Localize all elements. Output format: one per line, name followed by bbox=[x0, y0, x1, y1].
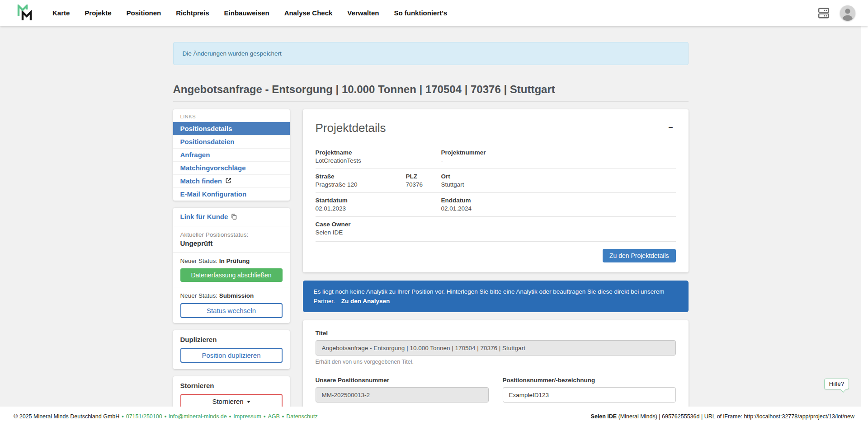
nav-item-karte[interactable]: Karte bbox=[52, 9, 70, 17]
project-details-heading: Projektdetails bbox=[316, 121, 386, 135]
sidebar-item-positionsdetails[interactable]: Positionsdetails bbox=[173, 122, 290, 135]
titel-helper: Erhält den von uns vorgegebenen Titel. bbox=[316, 359, 676, 365]
help-button[interactable]: Hilfe? bbox=[824, 379, 849, 389]
next-status-2: Neuer Status: Submission bbox=[180, 292, 283, 299]
sidebar-item-anfragen[interactable]: Anfragen bbox=[173, 148, 290, 161]
footer-session-info: Selen IDE (Mineral Minds) | 69576255536d… bbox=[591, 413, 854, 420]
customer-link[interactable]: Link für Kunde bbox=[180, 213, 238, 220]
sidebar-item-label: Positionsdateien bbox=[180, 138, 235, 145]
ort-value: Stuttgart bbox=[441, 181, 676, 188]
collapse-button[interactable]: – bbox=[665, 121, 675, 133]
nav-item-projekte[interactable]: Projekte bbox=[85, 9, 111, 17]
strasse-label: Straße bbox=[316, 173, 406, 180]
external-link-icon bbox=[225, 178, 231, 184]
enddatum-label: Enddatum bbox=[441, 197, 676, 204]
footer-link-email[interactable]: info@mineral-minds.de bbox=[169, 413, 227, 420]
titel-input bbox=[316, 340, 676, 356]
footer-link-datenschutz[interactable]: Datenschutz bbox=[286, 413, 317, 420]
mineral-minds-logo-icon bbox=[17, 5, 33, 22]
main-column: Projektdetails – Projektname LotCreation… bbox=[303, 109, 689, 407]
caret-down-icon bbox=[247, 401, 250, 403]
nav-item-positionen[interactable]: Positionen bbox=[127, 9, 161, 17]
page-title: Angebotsanfrage - Entsorgung | 10.000 To… bbox=[173, 83, 689, 96]
project-details-card: Projektdetails – Projektname LotCreation… bbox=[303, 109, 689, 272]
sidebar-item-label: E-Mail Konfiguration bbox=[180, 190, 247, 198]
customer-link-label: Link für Kunde bbox=[180, 213, 228, 220]
unsere-positionsnummer-input bbox=[316, 387, 489, 403]
next-status-1: Neuer Status: In Prüfung bbox=[180, 257, 283, 264]
projektname-label: Projektname bbox=[316, 149, 441, 156]
nav-item-richtpreis[interactable]: Richtpreis bbox=[176, 9, 209, 17]
duplicate-card: Duplizieren Position duplizieren bbox=[173, 330, 290, 369]
startdatum-label: Startdatum bbox=[316, 197, 441, 204]
sidebar-item-email-konfiguration[interactable]: E-Mail Konfiguration bbox=[173, 187, 290, 201]
dns-icon[interactable] bbox=[817, 7, 830, 19]
copy-icon[interactable] bbox=[231, 213, 237, 220]
sidebar-item-label: Match finden bbox=[180, 177, 222, 185]
next-status-2-label: Neuer Status: bbox=[180, 292, 218, 299]
sidebar-item-label: Matchingvorschläge bbox=[180, 164, 246, 172]
change-status-button[interactable]: Status wechseln bbox=[180, 303, 283, 318]
footer-separator: • bbox=[264, 413, 265, 420]
sidebar-item-matchingvorschlaege[interactable]: Matchingvorschläge bbox=[173, 161, 290, 174]
projektnummer-value: - bbox=[441, 157, 676, 164]
nav-item-analyse-check[interactable]: Analyse Check bbox=[284, 9, 333, 17]
help-button-label: Hilfe? bbox=[829, 380, 844, 387]
unsere-positionsnummer-label: Unsere Positionsnummer bbox=[316, 377, 489, 384]
current-status-value: Ungeprüft bbox=[180, 239, 283, 247]
footer-left: © 2025 Mineral Minds Deutschland GmbH • … bbox=[14, 413, 318, 420]
sidebar-item-label: Positionsdetails bbox=[180, 125, 232, 132]
links-header: LINKS bbox=[173, 109, 290, 122]
footer-link-impressum[interactable]: Impressum bbox=[233, 413, 261, 420]
next-status-2-value: Submission bbox=[219, 292, 254, 299]
ort-label: Ort bbox=[441, 173, 676, 180]
nav-item-einbauweisen[interactable]: Einbauweisen bbox=[224, 9, 269, 17]
footer: © 2025 Mineral Minds Deutschland GmbH • … bbox=[0, 407, 868, 426]
startdatum-value: 02.01.2023 bbox=[316, 205, 441, 212]
status-card: Link für Kunde Aktueller Positionsstatus… bbox=[173, 208, 290, 323]
sidebar-item-match-finden[interactable]: Match finden bbox=[173, 174, 290, 187]
to-project-details-button[interactable]: Zu den Projektdetails bbox=[603, 249, 676, 262]
top-navbar: Karte Projekte Positionen Richtpreis Ein… bbox=[0, 0, 868, 26]
duplicate-heading: Duplizieren bbox=[180, 336, 283, 343]
nav-menu: Karte Projekte Positionen Richtpreis Ein… bbox=[52, 9, 447, 17]
saved-alert: Die Änderungen wurden gespeichert bbox=[173, 42, 689, 65]
case-owner-value: Selen IDE bbox=[316, 229, 676, 236]
project-row-3: Startdatum 02.01.2023 Enddatum 02.01.202… bbox=[316, 192, 676, 216]
footer-separator: • bbox=[165, 413, 166, 420]
cancel-dropdown-button[interactable]: Stornieren bbox=[180, 394, 283, 407]
project-row-2: Straße Pragstraße 120 PLZ 70376 Ort Stut… bbox=[316, 169, 676, 192]
duplicate-position-button[interactable]: Position duplizieren bbox=[180, 348, 283, 363]
cancel-heading: Stornieren bbox=[180, 382, 283, 389]
session-details: (Mineral Minds) | 69576255536d | URL of … bbox=[617, 413, 854, 420]
left-sidebar: LINKS Positionsdetails Positionsdateien … bbox=[173, 109, 290, 407]
main-content: Die Änderungen wurden gespeichert Angebo… bbox=[0, 26, 861, 407]
projektname-value: LotCreationTests bbox=[316, 157, 441, 164]
nav-item-so-funktionierts[interactable]: So funktioniert's bbox=[394, 9, 447, 17]
links-card: LINKS Positionsdetails Positionsdateien … bbox=[173, 109, 290, 201]
cancel-button-label: Stornieren bbox=[212, 398, 243, 405]
scrollbar-track[interactable] bbox=[861, 26, 868, 407]
next-status-1-value: In Prüfung bbox=[219, 257, 250, 264]
mineral-minds-logo[interactable] bbox=[17, 4, 33, 22]
footer-link-phone[interactable]: 07151/250100 bbox=[126, 413, 162, 420]
sidebar-item-positionsdateien[interactable]: Positionsdateien bbox=[173, 135, 290, 148]
page-title-wrap: Angebotsanfrage - Entsorgung | 10.000 To… bbox=[173, 83, 689, 102]
navbar-right bbox=[817, 5, 855, 21]
account-icon[interactable] bbox=[840, 5, 855, 21]
sidebar-item-label: Anfragen bbox=[180, 151, 210, 159]
strasse-value: Pragstraße 120 bbox=[316, 181, 406, 188]
positionsnummer-input[interactable] bbox=[503, 387, 676, 403]
position-form-card: Titel Erhält den von uns vorgegebenen Ti… bbox=[303, 320, 689, 407]
nav-item-verwalten[interactable]: Verwalten bbox=[347, 9, 379, 17]
to-analyses-link[interactable]: Zu den Analysen bbox=[341, 298, 390, 304]
footer-separator: • bbox=[282, 413, 284, 420]
analytics-banner: Es liegt noch keine Analytik zu Ihrer Po… bbox=[303, 281, 689, 313]
footer-separator: • bbox=[229, 413, 231, 420]
positionsnummer-label: Positionsnummer/-bezeichnung bbox=[503, 377, 676, 384]
titel-label: Titel bbox=[316, 330, 676, 337]
footer-link-agb[interactable]: AGB bbox=[268, 413, 279, 420]
case-owner-label: Case Owner bbox=[316, 221, 676, 228]
app-root: Karte Projekte Positionen Richtpreis Ein… bbox=[0, 0, 868, 426]
complete-data-entry-button[interactable]: Datenerfassung abschließen bbox=[180, 268, 283, 282]
